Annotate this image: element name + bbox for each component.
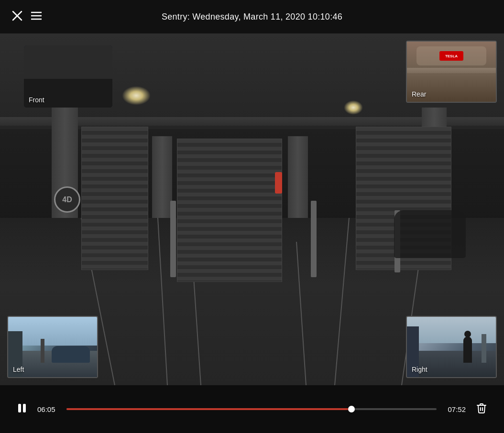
fire-extinguisher bbox=[275, 172, 282, 194]
main-video: 4D Front bbox=[0, 33, 504, 385]
svg-line-9 bbox=[335, 218, 349, 385]
left-camera-thumbnail[interactable]: Left bbox=[7, 316, 98, 378]
parking-level-sign: 4D bbox=[54, 186, 80, 213]
header-title: Sentry: Wednesday, March 11, 2020 10:10:… bbox=[162, 12, 342, 22]
barrier-right bbox=[311, 201, 317, 277]
close-button[interactable] bbox=[10, 8, 25, 25]
pause-button[interactable] bbox=[14, 401, 30, 418]
ceiling-light-1 bbox=[122, 86, 151, 105]
svg-rect-12 bbox=[23, 404, 26, 412]
menu-icon bbox=[31, 11, 42, 20]
right-label: Right bbox=[412, 366, 427, 373]
progress-bar[interactable] bbox=[66, 408, 437, 410]
controls-bar: 06:05 07:52 bbox=[0, 385, 504, 433]
svg-rect-11 bbox=[18, 404, 21, 412]
svg-line-6 bbox=[158, 218, 167, 385]
shutter-left bbox=[81, 127, 148, 270]
rear-camera-thumbnail[interactable]: TESLA Rear bbox=[406, 41, 497, 103]
header: Sentry: Wednesday, March 11, 2020 10:10:… bbox=[0, 0, 504, 33]
parked-car bbox=[394, 210, 466, 258]
left-label: Left bbox=[13, 366, 24, 373]
rear-label: Rear bbox=[412, 90, 426, 98]
ceiling-light-2 bbox=[344, 100, 363, 115]
right-camera-thumbnail[interactable]: Right bbox=[406, 316, 497, 378]
delete-button[interactable] bbox=[473, 400, 490, 419]
pause-icon bbox=[17, 403, 27, 413]
current-time: 06:05 bbox=[37, 405, 59, 413]
menu-button[interactable] bbox=[29, 9, 44, 24]
total-time: 07:52 bbox=[444, 405, 466, 413]
front-label: Front bbox=[29, 96, 44, 104]
video-container: 4D Front bbox=[0, 33, 504, 385]
front-camera-overlay[interactable]: Front bbox=[24, 45, 112, 108]
trash-icon bbox=[476, 402, 487, 414]
svg-line-8 bbox=[296, 242, 306, 385]
progress-fill bbox=[66, 408, 351, 410]
shutter-center bbox=[177, 139, 282, 282]
progress-dot bbox=[348, 406, 355, 412]
close-icon bbox=[12, 11, 22, 21]
barrier-left bbox=[170, 201, 176, 277]
